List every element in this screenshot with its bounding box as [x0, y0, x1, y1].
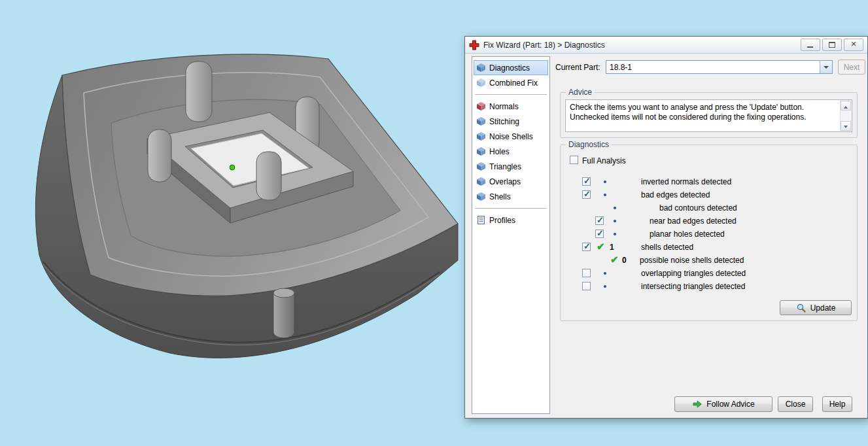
sidebar-item-diagnostics[interactable]: Diagnostics: [474, 60, 548, 75]
vertex-marker: [230, 165, 235, 170]
close-window-button[interactable]: [844, 39, 863, 51]
bullet-icon: [604, 285, 606, 288]
dialog-title: Fix Wizard (Part: 18) > Diagnostics: [483, 41, 801, 50]
item-checkbox[interactable]: [595, 216, 604, 225]
fix-wizard-cross-icon: [469, 40, 479, 50]
update-button[interactable]: Update: [780, 300, 852, 315]
green-check-icon: [610, 254, 619, 266]
cube-icon: [477, 147, 485, 156]
advice-group-caption: Advice: [566, 88, 595, 97]
sidebar-item-combined-fix[interactable]: Combined Fix: [474, 75, 548, 90]
current-part-value: 18.8-1: [610, 63, 632, 72]
sidebar-item-shells[interactable]: Shells: [474, 189, 548, 204]
sidebar-item-label: Profiles: [489, 216, 515, 225]
full-analysis-checkbox[interactable]: [570, 156, 578, 164]
bullet-icon: [604, 272, 606, 275]
sidebar-item-label: Shells: [489, 192, 511, 201]
sidebar-separator: [475, 208, 547, 209]
diagnostic-row-planar-holes: planar holes detected: [561, 228, 857, 241]
chevron-down-icon[interactable]: [820, 61, 832, 73]
cube-icon: [477, 117, 485, 126]
item-label: bad edges detected: [641, 190, 710, 199]
bullet-icon: [614, 233, 616, 235]
cube-icon: [477, 192, 485, 201]
item-label: bad contours detected: [659, 203, 737, 213]
3d-viewport[interactable]: [0, 0, 464, 446]
current-part-dropdown[interactable]: 18.8-1: [606, 60, 833, 74]
item-checkbox[interactable]: [582, 190, 591, 199]
item-checkbox[interactable]: [582, 269, 591, 277]
close-button[interactable]: Close: [778, 396, 813, 412]
cube-icon: [477, 63, 485, 72]
diagnostic-row-intersecting-triangles: intersecting triangles detected: [561, 280, 857, 293]
item-count: 1: [610, 243, 614, 252]
scroll-down-button[interactable]: [841, 121, 851, 131]
model-peg-top: [273, 288, 294, 298]
model-post-top: [186, 61, 212, 122]
minimize-button[interactable]: [801, 39, 820, 51]
bullet-icon: [614, 220, 616, 222]
item-label: intersecting triangles detected: [641, 282, 745, 291]
item-label: possible noise shells detected: [640, 256, 744, 265]
maximize-button[interactable]: [822, 39, 842, 51]
scroll-up-button[interactable]: [841, 101, 851, 111]
diagnostic-row-near-bad-edges: near bad edges detected: [561, 214, 857, 228]
follow-advice-button[interactable]: Follow Advice: [674, 396, 773, 412]
sidebar-item-normals[interactable]: Normals: [474, 99, 548, 114]
update-button-label: Update: [810, 303, 836, 313]
sidebar-item-label: Stitching: [489, 117, 519, 126]
advice-textbox: Check the items you want to analyse and …: [565, 99, 852, 132]
cube-icon: [477, 162, 485, 171]
sidebar-item-profiles[interactable]: Profiles: [474, 213, 548, 228]
item-label: shells detected: [641, 243, 693, 252]
advice-text: Check the items you want to analyse and …: [570, 103, 836, 122]
full-analysis-label: Full Analysis: [582, 156, 626, 165]
model-post-center: [256, 152, 281, 200]
close-button-label: Close: [786, 400, 806, 409]
current-part-label: Current Part:: [555, 63, 600, 72]
cube-icon: [477, 78, 485, 87]
diagnostic-row-overlapping-triangles: overlapping triangles detected: [561, 267, 857, 280]
cube-icon: [477, 102, 485, 111]
diagnostic-row-possible-noise-shells: 0 possible noise shells detected: [561, 254, 857, 267]
sidebar-item-holes[interactable]: Holes: [474, 144, 548, 159]
3d-model[interactable]: [0, 0, 464, 446]
window-controls: [801, 39, 863, 51]
item-checkbox[interactable]: [582, 177, 591, 186]
sidebar-separator: [475, 94, 547, 95]
diagnostics-group: Diagnostics Full Analysis inverted norma…: [560, 145, 858, 321]
sidebar-item-triangles[interactable]: Triangles: [474, 159, 548, 174]
document-icon: [477, 216, 485, 224]
cube-icon: [477, 177, 485, 186]
item-label: near bad edges detected: [650, 216, 737, 226]
green-arrow-icon: [692, 399, 703, 409]
item-label: inverted normals detected: [641, 177, 731, 186]
diagnostics-list: inverted normals detected bad edges dete…: [561, 175, 857, 293]
sidebar-item-overlaps[interactable]: Overlaps: [474, 174, 548, 189]
advice-scrollbar[interactable]: [840, 101, 851, 131]
item-checkbox[interactable]: [595, 230, 604, 238]
sidebar-item-label: Holes: [489, 147, 510, 156]
item-checkbox[interactable]: [582, 282, 591, 290]
fix-wizard-dialog: Fix Wizard (Part: 18) > Diagnostics Diag…: [464, 36, 868, 419]
sidebar-item-label: Triangles: [489, 162, 521, 171]
sidebar-item-stitching[interactable]: Stitching: [474, 114, 548, 129]
item-count: 0: [622, 256, 627, 265]
magnifier-icon: [796, 303, 807, 313]
diagnostic-row-inverted-normals: inverted normals detected: [561, 175, 857, 188]
diagnostic-row-bad-contours: bad contours detected: [561, 201, 857, 214]
sidebar-item-noise-shells[interactable]: Noise Shells: [474, 129, 548, 144]
item-label: planar holes detected: [650, 230, 725, 239]
bullet-icon: [604, 180, 606, 183]
sidebar-item-label: Combined Fix: [489, 78, 538, 88]
help-button[interactable]: Help: [822, 396, 852, 412]
green-check-icon: [597, 241, 605, 252]
diagnostic-row-shells: 1 shells detected: [561, 241, 857, 254]
dialog-titlebar[interactable]: Fix Wizard (Part: 18) > Diagnostics: [465, 37, 867, 54]
model-post-left: [148, 129, 171, 182]
next-button[interactable]: Next: [838, 60, 865, 75]
sidebar-item-label: Diagnostics: [489, 63, 530, 73]
cube-icon: [477, 132, 485, 141]
item-checkbox[interactable]: [582, 243, 591, 251]
sidebar-item-label: Noise Shells: [489, 132, 533, 141]
